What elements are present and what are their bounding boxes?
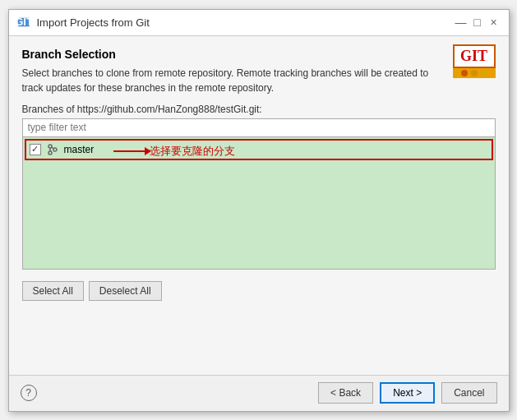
branch-item-master[interactable]: master (26, 141, 492, 159)
title-bar-left: GIT Import Projects from Git (17, 16, 150, 29)
repo-label: Branches of https://github.com/HanZong88… (22, 104, 496, 115)
description-text: Select branches to clone from remote rep… (22, 66, 450, 95)
branch-name-master: master (64, 144, 95, 155)
minimize-button[interactable]: — (455, 16, 468, 29)
main-window: GIT Import Projects from Git — □ × Branc… (8, 9, 510, 412)
svg-point-3 (471, 70, 478, 76)
branch-button-row: Select All Deselect All (22, 276, 496, 301)
filter-input[interactable] (23, 119, 495, 137)
footer: ? < Back Next > Cancel (9, 375, 509, 411)
git-logo: GIT (453, 44, 496, 77)
git-import-icon: GIT (17, 16, 30, 29)
git-logo-box: GIT (453, 44, 496, 68)
close-button[interactable]: × (487, 16, 501, 29)
back-button[interactable]: < Back (318, 382, 373, 404)
header-row: Branch Selection Select branches to clon… (22, 48, 496, 104)
branch-checkbox-master[interactable] (30, 144, 41, 155)
cancel-button[interactable]: Cancel (441, 382, 496, 404)
svg-point-2 (461, 70, 468, 76)
svg-line-9 (51, 146, 53, 148)
svg-point-4 (481, 70, 487, 76)
main-content: Branch Selection Select branches to clon… (9, 36, 509, 375)
branch-git-icon (46, 143, 59, 156)
title-bar: GIT Import Projects from Git — □ × (9, 10, 509, 36)
branch-list: master 选择要克隆的分支 (23, 137, 495, 269)
help-button[interactable]: ? (21, 385, 37, 401)
title-bar-controls: — □ × (455, 16, 501, 29)
restore-button[interactable]: □ (471, 16, 484, 29)
select-all-button[interactable]: Select All (22, 281, 84, 301)
filter-branch-container: master 选择要克隆的分支 (22, 118, 496, 270)
next-button[interactable]: Next > (380, 382, 435, 404)
svg-point-6 (48, 151, 52, 155)
footer-left: ? (21, 385, 37, 401)
git-logo-bar (453, 68, 496, 78)
footer-right: < Back Next > Cancel (318, 382, 496, 404)
window-title: Import Projects from Git (37, 16, 150, 29)
deselect-all-button[interactable]: Deselect All (89, 281, 162, 301)
svg-text:GIT: GIT (17, 16, 30, 28)
header-text: Branch Selection Select branches to clon… (22, 48, 450, 104)
git-logo-text: GIT (460, 48, 487, 65)
section-title: Branch Selection (22, 48, 450, 61)
